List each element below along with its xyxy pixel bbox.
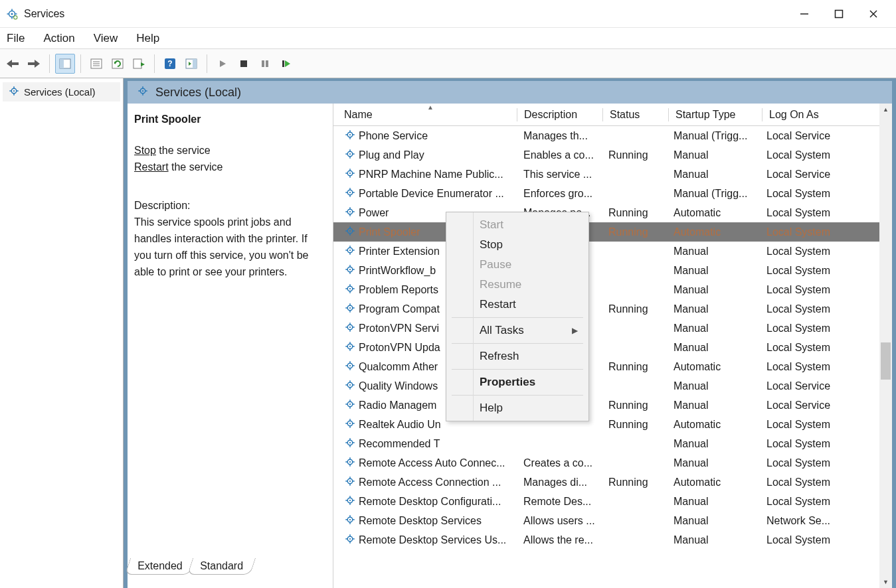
export-list-button[interactable] xyxy=(129,54,149,74)
gear-icon xyxy=(137,85,149,100)
context-menu-refresh[interactable]: Refresh xyxy=(446,346,588,366)
service-name-cell: Problem Reports xyxy=(359,284,438,296)
context-menu-restart[interactable]: Restart xyxy=(446,295,588,315)
column-header-description[interactable]: Description xyxy=(517,105,602,125)
forward-button[interactable] xyxy=(24,54,44,74)
stop-service-link[interactable]: Stop xyxy=(134,145,156,156)
service-row[interactable]: ProtonVPN ServiManualLocal System xyxy=(333,319,892,338)
service-row[interactable]: Remote Access Connection ...Manages di..… xyxy=(333,473,892,492)
service-status-cell: Running xyxy=(602,361,667,373)
refresh-button[interactable] xyxy=(108,54,128,74)
service-row[interactable]: Remote Access Auto Connec...Creates a co… xyxy=(333,453,892,473)
service-row[interactable]: Realtek Audio UnRunningAutomaticLocal Sy… xyxy=(333,415,892,434)
pane-header-label: Services (Local) xyxy=(155,86,241,100)
result-pane: Services (Local) Print Spooler Stop the … xyxy=(124,78,896,588)
service-name-cell: Remote Desktop Configurati... xyxy=(359,496,501,508)
maximize-button[interactable] xyxy=(834,9,844,19)
tab-extended[interactable]: Extended xyxy=(125,558,195,575)
vertical-scrollbar[interactable]: ▲ ▼ xyxy=(879,104,892,588)
service-logon-cell: Local System xyxy=(760,149,846,161)
service-row[interactable]: Recommended TManualLocal System xyxy=(333,434,892,453)
column-header-status[interactable]: Status xyxy=(603,105,668,125)
service-row[interactable]: Remote Desktop Configurati...Remote Des.… xyxy=(333,492,892,511)
service-logon-cell: Local System xyxy=(760,342,846,354)
service-name-cell: Remote Desktop Services xyxy=(359,515,482,527)
svg-marker-24 xyxy=(141,62,145,66)
service-name-cell: Plug and Play xyxy=(359,149,424,161)
context-menu-stop[interactable]: Stop xyxy=(446,235,588,255)
svg-point-103 xyxy=(349,307,351,308)
context-menu-properties[interactable]: Properties xyxy=(446,372,588,392)
svg-point-157 xyxy=(349,480,351,481)
service-row[interactable]: Plug and PlayEnables a co...RunningManua… xyxy=(333,145,892,165)
stop-service-button[interactable] xyxy=(234,54,254,74)
service-row[interactable]: Problem ReportsManualLocal System xyxy=(333,280,892,299)
gear-icon xyxy=(344,167,356,182)
service-row[interactable]: PowerManages po...RunningAutomaticLocal … xyxy=(333,203,892,222)
column-header-startup-type[interactable]: Startup Type xyxy=(669,105,762,125)
service-row[interactable]: Phone ServiceManages th...Manual (Trigg.… xyxy=(333,126,892,145)
service-row[interactable]: Print SpoolerRunningAutomaticLocal Syste… xyxy=(333,222,892,242)
service-row[interactable]: Remote Desktop ServicesAllows users ...M… xyxy=(333,511,892,530)
tree-root-services-local[interactable]: Services (Local) xyxy=(3,82,120,102)
service-startup-cell: Manual xyxy=(667,496,760,508)
gear-icon xyxy=(344,302,356,317)
service-startup-cell: Automatic xyxy=(667,226,760,238)
column-header-log-on-as[interactable]: Log On As xyxy=(762,105,849,125)
context-menu-start: Start xyxy=(446,215,588,235)
service-startup-cell: Manual xyxy=(667,380,760,392)
service-desc-cell: Allows users ... xyxy=(517,515,602,527)
service-startup-cell: Manual xyxy=(667,323,760,334)
service-row[interactable]: Radio Managem.RunningManualLocal Service xyxy=(333,396,892,415)
tab-standard[interactable]: Standard xyxy=(187,558,256,575)
context-menu-help[interactable]: Help xyxy=(446,398,588,418)
menu-action[interactable]: Action xyxy=(43,32,74,45)
svg-point-163 xyxy=(349,499,351,500)
minimize-button[interactable] xyxy=(799,9,810,19)
service-row[interactable]: Remote Desktop Services Us...Allows the … xyxy=(333,530,892,550)
view-tabs: Extended Standard xyxy=(128,556,250,575)
menu-help[interactable]: Help xyxy=(136,32,159,45)
service-startup-cell: Manual xyxy=(667,515,760,527)
service-logon-cell: Local Service xyxy=(760,169,846,181)
service-row[interactable]: Qualcomm AtherRunningAutomaticLocal Syst… xyxy=(333,357,892,376)
service-row[interactable]: Printer ExtensionManualLocal System xyxy=(333,242,892,261)
console-tree-pane: Services (Local) xyxy=(0,78,124,588)
service-status-cell: Running xyxy=(602,226,667,238)
service-logon-cell: Local System xyxy=(760,477,846,488)
menu-file[interactable]: File xyxy=(7,32,25,45)
context-menu-all-tasks[interactable]: All Tasks▶ xyxy=(446,321,588,340)
gear-icon xyxy=(344,379,356,394)
restart-service-link[interactable]: Restart xyxy=(134,161,169,173)
scroll-up-icon[interactable]: ▲ xyxy=(879,104,892,115)
service-name-cell: ProtonVPN Servi xyxy=(359,323,439,334)
svg-point-151 xyxy=(349,461,351,462)
scroll-thumb[interactable] xyxy=(881,342,891,380)
restart-service-button[interactable] xyxy=(276,54,296,74)
svg-point-127 xyxy=(349,384,351,385)
service-row[interactable]: Program CompatRunningManualLocal System xyxy=(333,299,892,319)
service-row[interactable]: ProtonVPN UpdaManualLocal System xyxy=(333,338,892,357)
svg-point-169 xyxy=(349,518,351,520)
service-row[interactable]: PrintWorkflow_bManualLocal System xyxy=(333,261,892,280)
svg-point-49 xyxy=(349,133,351,135)
start-service-button[interactable] xyxy=(213,54,232,74)
pause-service-button[interactable] xyxy=(255,54,275,74)
properties-button[interactable] xyxy=(86,54,106,74)
show-hide-action-pane-button[interactable] xyxy=(181,54,201,74)
back-button[interactable] xyxy=(3,54,23,74)
gear-icon xyxy=(344,456,356,471)
service-row[interactable]: Portable Device Enumerator ...Enforces g… xyxy=(333,184,892,203)
service-row[interactable]: Quality WindowsManualLocal Service xyxy=(333,376,892,396)
column-header-name[interactable]: Name ▲ xyxy=(337,105,517,125)
svg-point-121 xyxy=(349,364,351,366)
help-button[interactable]: ? xyxy=(160,54,180,74)
service-name-cell: Phone Service xyxy=(359,130,428,142)
titlebar: Services xyxy=(0,0,896,28)
service-name-cell: Program Compat xyxy=(359,303,440,315)
close-button[interactable] xyxy=(868,9,879,19)
service-row[interactable]: PNRP Machine Name Public...This service … xyxy=(333,165,892,184)
menu-view[interactable]: View xyxy=(94,32,118,45)
show-hide-tree-button[interactable] xyxy=(55,54,75,74)
scroll-down-icon[interactable]: ▼ xyxy=(879,576,892,588)
